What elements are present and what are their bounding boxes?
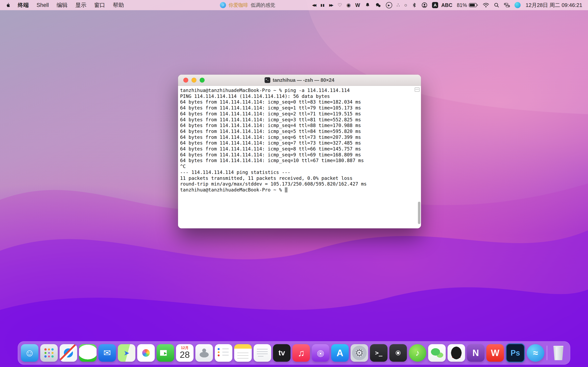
dock-item-app-store[interactable]: A	[331, 344, 349, 362]
dock-item-screenshot[interactable]	[389, 344, 407, 362]
dots-status-icon[interactable]: ∴	[394, 2, 402, 8]
bluetooth-icon[interactable]	[409, 2, 419, 8]
window-controls	[183, 78, 205, 83]
dock-item-system-preferences[interactable]: ⚙	[351, 344, 368, 362]
desktop: 终端 Shell 编辑 显示 窗口 帮助 ♪ 你爱咖啡 低调的感觉 ◀◀ ▮▮ …	[0, 0, 588, 367]
menu-help[interactable]: 帮助	[109, 1, 128, 9]
dock-item-safari[interactable]	[60, 344, 77, 362]
input-source-badge: A	[432, 2, 438, 8]
now-playing[interactable]: ♪ 你爱咖啡 低调的感觉	[220, 2, 275, 8]
spotlight-search-icon[interactable]	[492, 2, 502, 8]
media-pause-icon[interactable]: ▮▮	[318, 3, 327, 7]
menu-app-terminal[interactable]: 终端	[14, 1, 33, 9]
apple-icon	[6, 2, 11, 8]
circle-status-icon[interactable]: ○	[402, 2, 410, 8]
dock-item-wechat[interactable]	[428, 344, 446, 362]
media-next-icon[interactable]: ▶▶	[327, 3, 335, 7]
dock-item-photos[interactable]	[137, 344, 155, 362]
now-playing-subtitle: 低调的感觉	[251, 2, 275, 8]
dock-item-terminal[interactable]: >_	[370, 344, 388, 362]
menu-view[interactable]: 显示	[71, 1, 90, 9]
teal-app-status-icon[interactable]	[512, 2, 523, 8]
split-pane-button[interactable]	[415, 87, 420, 92]
dock-item-messages[interactable]	[79, 344, 96, 362]
input-source-label[interactable]: ABC	[440, 2, 454, 8]
terminal-line: 64 bytes from 114.114.114.114: icmp_seq=…	[180, 117, 421, 123]
dock-item-onenote[interactable]: N	[467, 344, 484, 362]
user-account-icon[interactable]	[419, 2, 430, 8]
dock-item-podcasts[interactable]	[312, 344, 329, 362]
onenote-glyph: N	[472, 349, 479, 358]
photoshop-glyph: Ps	[511, 349, 520, 357]
dock-item-qq[interactable]	[448, 344, 465, 362]
terminal-line: 64 bytes from 114.114.114.114: icmp_seq=…	[180, 123, 421, 128]
dock-item-calendar[interactable]: 12月28	[176, 344, 194, 362]
calendar-day-number: 28	[180, 350, 190, 360]
facetime-glyph: ▸	[164, 350, 167, 356]
battery-icon	[469, 3, 478, 8]
wifi-icon[interactable]	[480, 2, 492, 8]
dock-item-finder[interactable]: ☺	[21, 344, 38, 362]
menu-shell[interactable]: Shell	[33, 2, 53, 8]
music-player-icon: ♪	[220, 2, 226, 8]
dock-item-wps-office[interactable]: W	[486, 344, 504, 362]
terminal-cursor	[285, 187, 287, 192]
window-title: >_ tanzhihua — -zsh — 80×24	[178, 77, 421, 83]
media-previous-icon[interactable]: ◀◀	[310, 3, 318, 7]
wechat-status-icon[interactable]	[373, 2, 384, 8]
terminal-line: 64 bytes from 114.114.114.114: icmp_seq=…	[180, 140, 421, 146]
terminal-line: 11 packets transmitted, 11 packets recei…	[180, 175, 421, 181]
heart-icon[interactable]: ♡	[335, 2, 344, 8]
dock-items: ☺✉➤▸12月28tv♫A⚙>_♪NWPs≈	[21, 343, 544, 363]
finder-glyph: ☺	[25, 348, 35, 358]
dock-item-music[interactable]: ♫	[292, 344, 310, 362]
dock-item-launchpad[interactable]	[40, 344, 58, 362]
menu-bar-clock[interactable]: 12月28日 周二 09:46:21	[523, 2, 584, 9]
terminal-line: 64 bytes from 114.114.114.114: icmp_seq=…	[180, 111, 421, 117]
menu-edit[interactable]: 编辑	[53, 1, 71, 9]
minimize-button[interactable]	[191, 78, 196, 83]
blue-music-app-glyph: ≈	[533, 349, 538, 358]
dock-item-mail[interactable]: ✉	[98, 344, 116, 362]
control-center-icon[interactable]	[502, 3, 512, 8]
apple-menu[interactable]	[4, 2, 14, 8]
play-circle-icon[interactable]: ▶	[384, 2, 394, 8]
dock-item-blue-music-app[interactable]: ≈	[527, 344, 544, 362]
dock-item-contacts[interactable]	[195, 344, 213, 362]
terminal-line: ^C	[180, 164, 421, 169]
wps-status-icon[interactable]: W	[353, 2, 362, 8]
zoom-button[interactable]	[200, 78, 205, 83]
wps-office-glyph: W	[491, 349, 499, 358]
battery-status[interactable]: 81%	[454, 2, 480, 8]
system-preferences-glyph: ⚙	[355, 348, 364, 358]
window-title-text: tanzhihua — -zsh — 80×24	[273, 77, 334, 83]
dock-item-trash[interactable]	[550, 344, 567, 362]
terminal-app-icon: >_	[265, 77, 270, 83]
tv-glyph: tv	[278, 349, 285, 357]
terminal-line: round-trip min/avg/max/stddev = 105.173/…	[180, 181, 421, 187]
app-store-glyph: A	[337, 348, 343, 358]
scrollbar-thumb[interactable]	[418, 202, 420, 224]
terminal-line: 64 bytes from 114.114.114.114: icmp_seq=…	[180, 146, 421, 152]
terminal-content[interactable]: tanzhihua@tanzhihuadeMacBook-Pro ~ % pin…	[178, 86, 421, 228]
dock-item-qq-music[interactable]: ♪	[409, 344, 426, 362]
dock-item-reminders[interactable]	[215, 344, 232, 362]
dock-item-textedit[interactable]	[254, 344, 271, 362]
dock-item-notes[interactable]	[234, 344, 252, 362]
notification-bell-icon[interactable]	[362, 2, 373, 8]
dock-item-maps[interactable]: ➤	[118, 344, 135, 362]
dock-item-photoshop[interactable]: Ps	[506, 343, 525, 363]
close-button[interactable]	[183, 78, 188, 83]
calendar-month-label: 12月	[181, 346, 189, 350]
terminal-line: --- 114.114.114.114 ping statistics ---	[180, 169, 421, 175]
terminal-line: PING 114.114.114.114 (114.114.114.114): …	[180, 93, 421, 99]
dock-item-tv[interactable]: tv	[273, 344, 291, 362]
menu-window[interactable]: 窗口	[90, 1, 109, 9]
dock-item-facetime[interactable]: ▸	[156, 344, 174, 362]
terminal-glyph: >_	[375, 350, 382, 356]
disc-icon[interactable]: ◉	[344, 2, 353, 8]
menu-bar: 终端 Shell 编辑 显示 窗口 帮助 ♪ 你爱咖啡 低调的感觉 ◀◀ ▮▮ …	[0, 0, 588, 10]
terminal-line: 64 bytes from 114.114.114.114: icmp_seq=…	[180, 105, 421, 111]
input-source-icon[interactable]: A	[430, 2, 440, 8]
terminal-titlebar[interactable]: >_ tanzhihua — -zsh — 80×24	[178, 75, 421, 86]
